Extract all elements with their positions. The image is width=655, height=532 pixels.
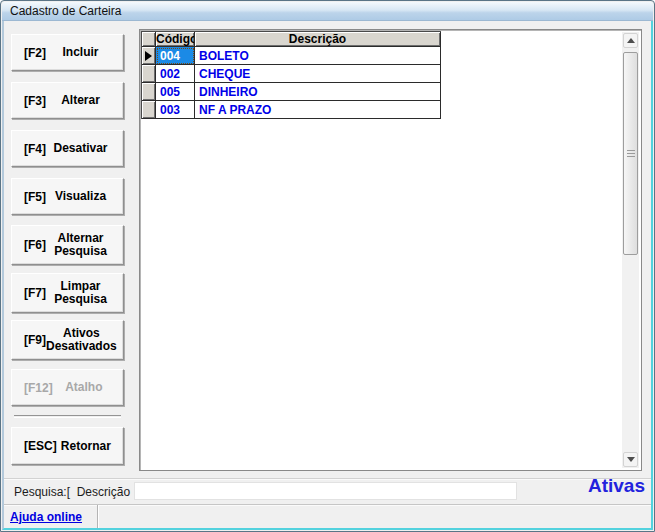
descricao-column-header[interactable]: Descrição [195,32,441,47]
atalho-button: [F12] Atalho [11,369,124,406]
row-selector-header [142,32,156,47]
limpar-pesquisa-button-key: [F7] [24,286,46,300]
codigo-cell[interactable]: 003 [156,101,195,119]
codigo-cell[interactable]: 004 [156,47,195,65]
row-selector-cell [142,101,156,119]
scroll-down-button[interactable] [623,452,638,467]
alternar-pesquisa-button[interactable]: [F6] Alternar Pesquisa [11,225,124,265]
status-panel-help: Ajuda online [4,505,98,528]
search-input[interactable] [134,482,517,500]
alternar-pesquisa-button-key: [F6] [24,238,46,252]
scrollbar-thumb[interactable] [623,52,638,255]
vertical-scrollbar[interactable] [622,32,639,468]
ativos-desativados-button-key: [F9] [24,333,46,347]
scroll-up-icon [627,38,635,43]
row-selector-cell [142,83,156,101]
row-selector-cell [142,65,156,83]
codigo-cell[interactable]: 005 [156,83,195,101]
scroll-down-icon [627,457,635,462]
visualiza-button[interactable]: [F5] Visualiza [11,178,124,215]
limpar-pesquisa-button-label: Limpar Pesquisa [46,280,115,306]
alterar-button-label: Alterar [46,94,115,107]
status-panel-main [98,505,651,528]
retornar-button[interactable]: [ESC] Retornar [11,427,124,465]
grid-header-row: Código Descrição [142,32,441,47]
status-bar: Ajuda online [4,504,651,528]
row-selector-cell [142,47,156,65]
retornar-button-key: [ESC] [24,439,57,453]
retornar-button-label: Retornar [57,440,115,453]
limpar-pesquisa-button[interactable]: [F7] Limpar Pesquisa [11,273,124,313]
table-row[interactable]: 002 CHEQUE [142,65,441,83]
grid-panel: Código Descrição 004 BOLETO 002 CHEQUE 0… [139,29,642,471]
descricao-cell[interactable]: BOLETO [195,47,441,65]
button-column-divider [14,415,121,418]
alternar-pesquisa-button-label: Alternar Pesquisa [46,232,115,258]
ativos-desativados-button[interactable]: [F9] Ativos Desativados [11,320,124,360]
descricao-cell[interactable]: DINHEIRO [195,83,441,101]
ajuda-online-link[interactable]: Ajuda online [10,510,82,524]
ativos-desativados-button-label: Ativos Desativados [46,327,117,353]
descricao-cell[interactable]: CHEQUE [195,65,441,83]
filter-status-label: Ativas [588,475,645,497]
incluir-button-key: [F2] [24,46,46,60]
carteira-grid: Código Descrição 004 BOLETO 002 CHEQUE 0… [141,31,441,119]
desativar-button-key: [F4] [24,142,46,156]
table-row[interactable]: 005 DINHEIRO [142,83,441,101]
window-title: Cadastro de Carteira [10,4,121,18]
descricao-cell[interactable]: NF A PRAZO [195,101,441,119]
panel-separator [4,478,651,480]
codigo-cell[interactable]: 002 [156,65,195,83]
desativar-button[interactable]: [F4] Desativar [11,130,124,167]
atalho-button-label: Atalho [53,381,115,394]
table-row[interactable]: 004 BOLETO [142,47,441,65]
codigo-column-header[interactable]: Código [156,32,195,47]
incluir-button[interactable]: [F2] Incluir [11,34,124,71]
visualiza-button-key: [F5] [24,190,46,204]
desativar-button-label: Desativar [46,142,115,155]
alterar-button[interactable]: [F3] Alterar [11,82,124,119]
incluir-button-label: Incluir [46,46,115,59]
table-row[interactable]: 003 NF A PRAZO [142,101,441,119]
scroll-up-button[interactable] [623,33,638,48]
visualiza-button-label: Visualiza [46,190,115,203]
thumb-grip-icon [627,150,635,158]
title-bar[interactable]: Cadastro de Carteira [2,2,653,21]
current-row-indicator-icon [145,51,152,61]
alterar-button-key: [F3] [24,94,46,108]
search-label: Pesquisa:[ Descrição ]: [14,485,147,499]
atalho-button-key: [F12] [24,381,53,395]
cadastro-de-carteira-window: Cadastro de Carteira [F2] Incluir [F3] A… [0,0,655,532]
